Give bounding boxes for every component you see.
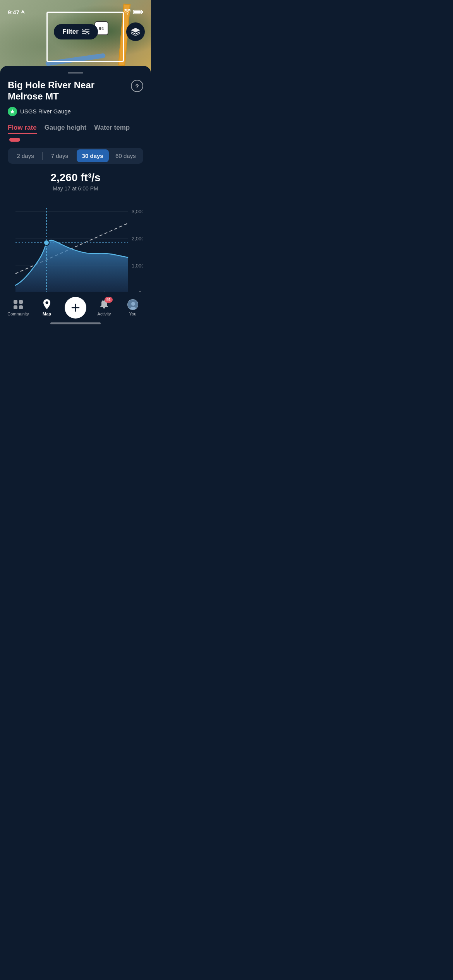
nav-label-community: Community — [7, 312, 29, 316]
time-btn-7days[interactable]: 7 days — [43, 149, 76, 162]
filter-icon — [82, 29, 89, 34]
svg-text:2,000: 2,000 — [132, 236, 143, 242]
svg-rect-29 — [19, 305, 23, 309]
tab-water-temp[interactable]: Water temp — [94, 124, 130, 134]
status-icons — [124, 9, 143, 15]
chart-value: 2,260 ft³/s — [8, 171, 143, 184]
svg-rect-2 — [134, 11, 141, 14]
nav-label-activity: Activity — [98, 312, 111, 316]
bottom-sheet: Big Hole River Near Melrose MT ? USGS Ri… — [0, 66, 151, 327]
svg-rect-27 — [19, 300, 23, 304]
svg-marker-9 — [10, 109, 15, 114]
nav-item-activity[interactable]: 91 Activity — [90, 299, 118, 316]
tab-gauge-height[interactable]: Gauge height — [45, 124, 87, 134]
bottom-nav: Community Map 91 Acti — [0, 292, 151, 327]
user-avatar — [127, 299, 138, 310]
source-text: USGS River Gauge — [20, 108, 71, 115]
help-button[interactable]: ? — [131, 80, 143, 92]
nav-label-you: You — [129, 312, 137, 316]
metric-tabs: Flow rate Gauge height Water temp — [8, 124, 143, 134]
chart-current-value: 2,260 ft³/s — [50, 171, 100, 183]
layers-button[interactable] — [126, 22, 145, 41]
svg-rect-28 — [14, 305, 17, 309]
svg-text:3,000: 3,000 — [132, 209, 143, 214]
wifi-icon — [124, 9, 131, 15]
svg-point-19 — [44, 240, 49, 245]
nav-label-map: Map — [43, 312, 51, 316]
add-button[interactable] — [65, 297, 86, 319]
svg-rect-3 — [142, 11, 143, 13]
sheet-handle — [68, 72, 83, 74]
svg-text:1,000: 1,000 — [132, 263, 143, 269]
svg-point-7 — [83, 29, 85, 31]
svg-rect-26 — [14, 300, 17, 304]
grid-icon — [13, 299, 24, 310]
home-indicator — [50, 322, 101, 324]
map-pin-icon — [41, 299, 52, 310]
svg-point-35 — [131, 302, 135, 306]
nav-item-community[interactable]: Community — [4, 299, 33, 316]
svg-point-0 — [127, 14, 128, 15]
battery-icon — [133, 9, 143, 15]
chart-wrapper: 3,000 2,000 1,000 0 May 17 May 22 — [8, 196, 143, 305]
location-title: Big Hole River Near Melrose MT — [8, 80, 131, 102]
layers-icon — [131, 28, 140, 36]
map-controls: Filter — [0, 19, 151, 44]
chart-current-date: May 17 at 6:00 PM — [8, 185, 143, 192]
nav-item-add[interactable] — [61, 297, 90, 319]
svg-point-8 — [86, 33, 88, 34]
time-btn-30days[interactable]: 30 days — [77, 149, 109, 162]
activity-badge-count: 91 — [105, 297, 113, 303]
flow-rate-active-indicator — [9, 138, 20, 142]
star-icon — [10, 109, 15, 114]
svg-point-30 — [46, 301, 48, 304]
location-header: Big Hole River Near Melrose MT ? — [8, 80, 143, 102]
nav-item-map[interactable]: Map — [33, 299, 61, 316]
bell-icon-wrapper: 91 — [99, 299, 110, 310]
status-time: 9:47 — [8, 9, 25, 15]
status-bar: 9:47 — [0, 0, 151, 19]
time-btn-2days[interactable]: 2 days — [9, 149, 41, 162]
filter-button[interactable]: Filter — [54, 24, 98, 39]
chart-container: 2,260 ft³/s May 17 at 6:00 PM — [8, 171, 143, 305]
tab-flow-rate[interactable]: Flow rate — [8, 124, 37, 134]
avatar-icon — [127, 299, 138, 310]
nav-item-you[interactable]: You — [118, 299, 147, 316]
flow-chart: 3,000 2,000 1,000 0 May 17 May 22 — [8, 196, 143, 305]
time-range-selector: 2 days 7 days 30 days 60 days — [8, 148, 143, 164]
time-btn-60days[interactable]: 60 days — [110, 149, 142, 162]
source-icon — [8, 107, 17, 116]
location-arrow-icon — [21, 10, 25, 14]
source-badge: USGS River Gauge — [8, 107, 143, 116]
plus-icon — [71, 303, 80, 312]
